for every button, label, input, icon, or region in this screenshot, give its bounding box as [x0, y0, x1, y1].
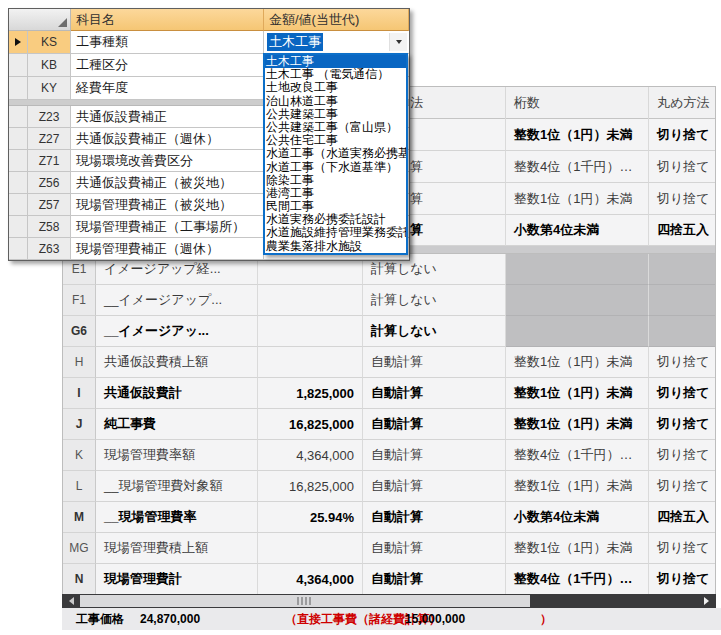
row-name: __イメージアップ...	[96, 285, 258, 316]
row-code: Z23	[28, 106, 71, 128]
scroll-right-button[interactable]	[699, 594, 714, 608]
row-name: 工事種類	[71, 31, 264, 54]
dropdown-item[interactable]: 土地改良工事	[265, 81, 406, 94]
row-calc: 計算しない	[363, 285, 506, 316]
price-label: 工事価格	[76, 608, 124, 630]
table-row[interactable]: K 現場管理費率額 4,364,000 自動計算 整数4位（1千円）… 切り捨て	[63, 440, 715, 471]
row-calc: 自動計算	[363, 533, 506, 564]
row-code: Z58	[28, 216, 71, 238]
row-code: Z57	[28, 194, 71, 216]
row-name: __イメージアッ...	[96, 316, 258, 347]
row-selector[interactable]	[9, 172, 28, 194]
table-row[interactable]: N 現場管理費計 4,364,000 自動計算 整数4位（1千円）… 切り捨て	[63, 564, 715, 595]
row-code: KY	[28, 77, 71, 100]
row-code: Z56	[28, 172, 71, 194]
row-code: Z27	[28, 128, 71, 150]
status-bar: 工事価格 24,870,000 （直接工事費（諸経費計算） 15,000,000…	[62, 608, 721, 630]
popup-header-subject[interactable]: 科目名	[71, 9, 264, 31]
row-digits: 整数1位（1円）未満	[506, 183, 649, 215]
row-selector[interactable]	[9, 77, 28, 100]
row-rounding	[649, 285, 715, 316]
dropdown-item[interactable]: 除染工事	[265, 174, 406, 187]
row-calc: 計算しない	[363, 316, 506, 347]
table-row[interactable]: L __現場管理費対象額 16,825,000 自動計算 整数1位（1円）未満 …	[63, 471, 715, 502]
row-code: K	[63, 440, 96, 471]
row-name: 共通仮設費補正	[71, 106, 264, 128]
column-header-digits[interactable]: 桁数	[506, 87, 649, 119]
row-selector[interactable]	[9, 54, 28, 77]
dropdown-item[interactable]: 公共建築工事	[265, 108, 406, 121]
dropdown-item[interactable]: 土木工事	[265, 55, 406, 68]
scroll-right-icon	[704, 597, 709, 605]
row-name: 純工事費	[96, 409, 258, 440]
dropdown-item[interactable]: 水道工事（水道実務必携基準）	[265, 147, 406, 160]
table-row[interactable]: F1 __イメージアップ... 計算しない	[63, 285, 715, 316]
row-selector[interactable]	[9, 31, 28, 54]
dropdown-item[interactable]: 水道施設維持管理業務委託設計	[265, 226, 406, 239]
dropdown-item[interactable]: 水道実務必携委託設計	[265, 213, 406, 226]
row-selector[interactable]	[9, 150, 28, 172]
row-digits: 整数1位（1円）未満	[506, 347, 649, 378]
scroll-left-button[interactable]	[64, 594, 79, 608]
row-rounding: 切り捨て	[649, 440, 715, 471]
row-name: 共通仮設費積上額	[96, 347, 258, 378]
dropdown-item[interactable]: 水道工事（下水道基準）	[265, 161, 406, 174]
row-rounding: 切り捨て	[649, 564, 715, 595]
dropdown-item[interactable]: 治山林道工事	[265, 95, 406, 108]
combobox-selected-text: 土木工事	[267, 33, 323, 51]
dropdown-item[interactable]: 公共建築工事（富山県）	[265, 121, 406, 134]
row-digits: 整数4位（1千円）…	[506, 564, 649, 595]
row-selector[interactable]	[9, 128, 28, 150]
row-code: KB	[28, 54, 71, 77]
table-row[interactable]: H 共通仮設費積上額 自動計算 整数1位（1円）未満 切り捨て	[63, 347, 715, 378]
popup-header-value[interactable]: 金額/値(当世代)	[264, 9, 409, 31]
row-rounding	[649, 316, 715, 347]
table-row[interactable]: M __現場管理費率 25.94% 自動計算 小数第4位未満 四捨五入	[63, 502, 715, 533]
row-name: 経費年度	[71, 77, 264, 100]
dropdown-item[interactable]: 港湾工事	[265, 187, 406, 200]
work-type-dropdown-list: 土木工事 土木工事 （電気通信） 土地改良工事 治山林道工事 公共建築工事 公共…	[263, 53, 408, 255]
table-row[interactable]: J 純工事費 16,825,000 自動計算 整数1位（1円）未満 切り捨て	[63, 409, 715, 440]
row-name: 現場管理費補正（工事場所）	[71, 216, 264, 238]
app-window: 計算方法 桁数 丸め方法 手入力 整数1位（1円）未満 切り捨て 自動計算 整数…	[0, 0, 721, 635]
row-rounding: 切り捨て	[649, 151, 715, 183]
row-amount: 4,364,000	[258, 440, 363, 471]
combobox-dropdown-button[interactable]	[389, 33, 407, 51]
row-name: 現場管理費補正（被災地）	[71, 194, 264, 216]
row-rounding: 切り捨て	[649, 119, 715, 151]
row-calc: 自動計算	[363, 378, 506, 409]
select-all-corner[interactable]	[9, 9, 71, 31]
dropdown-item[interactable]: 土木工事 （電気通信）	[265, 68, 406, 81]
table-row[interactable]: MG 現場管理費積上額 自動計算 整数1位（1円）未満 切り捨て	[63, 533, 715, 564]
row-amount: 1,825,000	[258, 378, 363, 409]
dropdown-item[interactable]: 民間工事	[265, 200, 406, 213]
row-rounding: 切り捨て	[649, 471, 715, 502]
row-calc: 自動計算	[363, 409, 506, 440]
dropdown-item[interactable]: 農業集落排水施設	[265, 240, 406, 253]
row-digits: 整数1位（1円）未満	[506, 409, 649, 440]
row-value: 土木工事	[264, 31, 409, 54]
row-name: __現場管理費対象額	[96, 471, 258, 502]
row-selector[interactable]	[9, 216, 28, 238]
row-amount: 4,364,000	[258, 564, 363, 595]
row-digits: 整数4位（1千円）…	[506, 440, 649, 471]
dropdown-item[interactable]: 公共住宅工事	[265, 134, 406, 147]
row-calc: 自動計算	[363, 440, 506, 471]
row-selector[interactable]	[9, 194, 28, 216]
row-amount: 16,825,000	[258, 471, 363, 502]
row-name: 現場管理費計	[96, 564, 258, 595]
table-row[interactable]: I 共通仮設費計 1,825,000 自動計算 整数1位（1円）未満 切り捨て	[63, 378, 715, 409]
work-type-combobox[interactable]: 土木工事	[265, 32, 408, 52]
horizontal-scrollbar[interactable]	[62, 594, 716, 608]
row-selector[interactable]	[9, 106, 28, 128]
row-selector[interactable]	[9, 238, 28, 260]
row-code: J	[63, 409, 96, 440]
table-row[interactable]: G6 __イメージアッ... 計算しない	[63, 316, 715, 347]
popup-row[interactable]: KS 工事種類 土木工事	[9, 31, 409, 54]
row-code: Z71	[28, 150, 71, 172]
row-code: F1	[63, 285, 96, 316]
row-digits	[506, 316, 649, 347]
scrollbar-thumb[interactable]	[80, 595, 530, 607]
row-code: MG	[63, 533, 96, 564]
column-header-rounding[interactable]: 丸め方法	[649, 87, 715, 119]
